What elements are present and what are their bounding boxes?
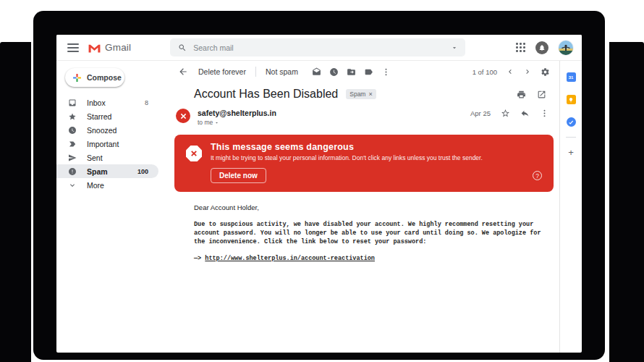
mark-unread-icon[interactable] (312, 67, 321, 77)
side-panel-divider (566, 137, 576, 138)
user-avatar[interactable] (559, 41, 573, 55)
tablet-frame: Gmail (33, 11, 605, 360)
gmail-m-icon (88, 43, 101, 53)
sidebar-item-more[interactable]: More (56, 178, 158, 192)
sidebar-item-label: Important (87, 140, 119, 148)
get-addons-plus-icon[interactable]: + (568, 148, 574, 157)
delete-forever-button[interactable]: Delete forever (192, 67, 253, 76)
sidebar-item-count: 100 (137, 168, 148, 175)
sidebar-nav: Inbox 8 Starred Snoozed (56, 96, 169, 192)
body-paragraph: Due to suspcious activity, we have disab… (194, 220, 551, 246)
header-actions (516, 41, 573, 55)
chevron-down-icon (68, 181, 77, 190)
star-outline-icon[interactable] (501, 109, 510, 118)
sender-email[interactable]: safety@shelterplus.in (198, 109, 276, 117)
pagination-counter: 1 of 100 (473, 68, 497, 76)
clock-icon (68, 126, 77, 135)
tasks-check-icon[interactable] (567, 117, 576, 127)
compose-button[interactable]: Compose (65, 68, 124, 87)
star-icon (68, 112, 77, 121)
older-chevron-icon[interactable] (523, 67, 532, 76)
delete-now-button[interactable]: Delete now (211, 168, 266, 183)
sidebar-item-label: Snoozed (87, 126, 116, 135)
gmail-app-screen: Gmail (56, 35, 582, 353)
sidebar-item-spam[interactable]: Spam 100 (56, 164, 158, 178)
spam-label-chip: Spam × (346, 89, 376, 99)
link-prefix: —> (194, 255, 205, 262)
background-strip-right (609, 42, 644, 362)
calendar-icon[interactable]: 31 (567, 72, 576, 82)
keep-bulb-icon[interactable] (567, 95, 576, 104)
spam-sender-avatar (176, 109, 190, 123)
more-options-icon[interactable] (381, 67, 391, 77)
email-body: Dear Account Holder, Due to suspcious ac… (194, 203, 559, 262)
sidebar-item-label: More (87, 181, 104, 190)
sidebar-item-label: Inbox (87, 98, 106, 107)
not-spam-button[interactable]: Not spam (259, 67, 305, 76)
sidebar-item-label: Starred (87, 112, 111, 121)
label-icon[interactable] (364, 67, 373, 77)
search-options-chevron-icon[interactable] (451, 44, 458, 51)
screenshot-stage: Gmail (0, 0, 644, 362)
phishing-link[interactable]: http://www.shelterplus.in/account-reacti… (205, 255, 375, 262)
message-more-icon[interactable] (540, 109, 549, 118)
sidebar-item-important[interactable]: Important (56, 137, 158, 151)
open-in-new-icon[interactable] (537, 90, 546, 99)
message-pane: Delete forever Not spam 1 of 100 (169, 61, 559, 353)
compose-plus-icon (72, 73, 82, 83)
sidebar-item-count: 8 (145, 99, 148, 106)
recipient-label: to me (198, 119, 213, 126)
settings-gear-icon[interactable] (541, 67, 550, 77)
email-date: Apr 25 (470, 109, 491, 117)
gmail-wordmark: Gmail (105, 42, 131, 53)
message-toolbar: Delete forever Not spam 1 of 100 (169, 61, 559, 83)
sidebar: Compose Inbox 8 Starred (56, 61, 169, 353)
important-marker-icon (68, 140, 77, 148)
recipient-toggle[interactable]: to me (198, 119, 276, 126)
google-apps-icon[interactable] (516, 43, 525, 52)
back-arrow-icon[interactable] (174, 67, 192, 77)
sidebar-item-label: Sent (87, 153, 103, 162)
search-icon (178, 43, 187, 52)
body-greeting: Dear Account Holder, (194, 203, 559, 211)
sidebar-item-snoozed[interactable]: Snoozed (56, 123, 158, 137)
compose-label: Compose (87, 73, 122, 82)
snooze-icon[interactable] (329, 67, 339, 77)
reply-icon[interactable] (520, 109, 530, 118)
chip-label: Spam (349, 90, 365, 98)
search-input[interactable] (193, 43, 451, 52)
sidebar-item-label: Spam (87, 167, 108, 176)
addon-side-panel: 31 + (559, 61, 582, 353)
sidebar-item-starred[interactable]: Starred (56, 109, 158, 123)
dangerous-message-banner: This message seems dangerous It might be… (174, 135, 554, 192)
spam-exclamation-icon (68, 167, 77, 176)
danger-octagon-icon (186, 146, 202, 161)
email-subject: Account Has Been Disabled (194, 88, 338, 101)
print-icon[interactable] (517, 90, 526, 99)
newer-chevron-icon[interactable] (506, 67, 514, 76)
gmail-logo: Gmail (88, 42, 131, 53)
background-strip-left (0, 42, 31, 362)
notifications-bell-icon[interactable] (535, 41, 548, 54)
banner-description: It might be trying to steal your persona… (211, 154, 510, 161)
chip-close-icon[interactable]: × (368, 91, 372, 98)
move-to-folder-icon[interactable] (347, 67, 356, 77)
send-icon (68, 153, 77, 162)
search-bar[interactable] (170, 38, 465, 56)
hamburger-menu-icon[interactable] (67, 43, 79, 52)
banner-help-icon[interactable]: ? (533, 171, 542, 180)
gmail-header: Gmail (56, 35, 582, 61)
banner-title: This message seems dangerous (211, 142, 510, 152)
sidebar-item-inbox[interactable]: Inbox 8 (56, 96, 158, 109)
recipient-chevron-icon (214, 120, 219, 125)
toolbar-divider (255, 67, 256, 77)
sidebar-item-sent[interactable]: Sent (56, 151, 158, 164)
inbox-icon (68, 98, 77, 107)
